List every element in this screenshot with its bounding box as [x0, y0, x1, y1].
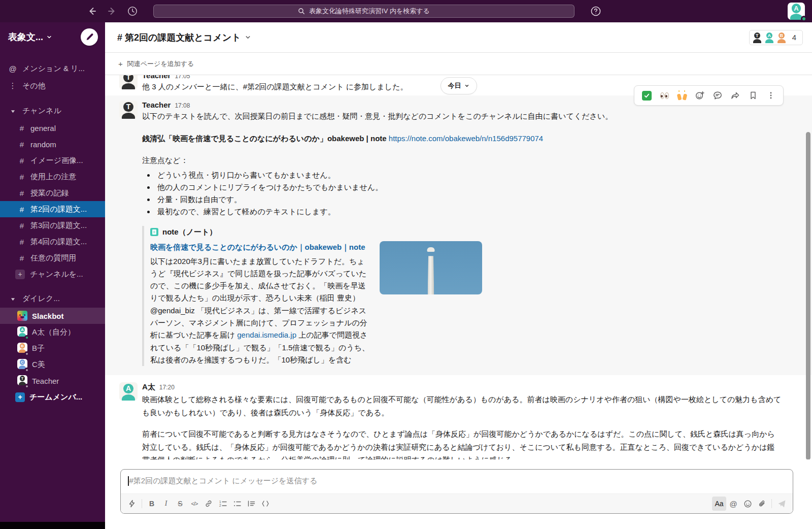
add-channel-button[interactable]: +チャンネルを... [0, 266, 105, 282]
dm-item-cmi[interactable]: C C美 [0, 356, 105, 373]
dm-item-bko[interactable]: B B子 [0, 340, 105, 356]
reference-url-link[interactable]: https://note.com/obakeweb/n/n156d9577907… [389, 134, 543, 143]
message-teacher: T Teacher 17:08 以下のテキストを読んで、次回授業日の前日までに感… [105, 95, 812, 375]
bookmark-bar[interactable]: + 関連ページを追加する [105, 53, 812, 75]
blockquote-button[interactable] [244, 497, 258, 511]
sidebar-item-channel-questions[interactable]: #任意の質問用 [0, 250, 105, 266]
forward-button[interactable] [106, 5, 119, 18]
message-timestamp[interactable]: 17:08 [175, 102, 190, 109]
hash-icon: # [18, 189, 25, 197]
sidebar-item-channel-usage-notes[interactable]: #使用上の注意 [0, 169, 105, 185]
sidebar-item-channel-images[interactable]: #イメージ画像... [0, 152, 105, 169]
message-input[interactable]: #第2回の課題文献とコメント にメッセージを送信する [121, 470, 793, 493]
composer-placeholder: #第2回の課題文献とコメント にメッセージを送信する [129, 476, 318, 486]
scrollbar-thumb[interactable] [806, 132, 810, 459]
text-caret [128, 476, 129, 486]
attach-file-button[interactable] [755, 497, 769, 511]
avatar[interactable]: T [119, 75, 138, 89]
react-check-mark-button[interactable] [639, 89, 654, 102]
dm-section-header[interactable]: ダイレク... [0, 289, 105, 308]
preview-inline-link[interactable]: gendai.ismedia.jp [237, 330, 296, 339]
help-button[interactable] [590, 5, 602, 17]
message-timestamp[interactable]: 17:05 [175, 75, 190, 80]
share-message-button[interactable] [728, 89, 742, 102]
channel-members-button[interactable]: T A B 4 [749, 30, 803, 45]
slackbot-icon [17, 311, 27, 321]
channel-title-button[interactable]: # 第2回の課題文献とコメント [117, 31, 251, 44]
sidebar-item-channel-session2-selected[interactable]: #第2回の課題文... [0, 201, 105, 217]
react-eyes-button[interactable] [657, 89, 671, 102]
message-paragraph: 映画体験として総称される様々な要素には、回復可能であるものと回復不可能な（可能性… [142, 393, 782, 419]
emoji-smiley-icon [743, 500, 752, 508]
back-button[interactable] [85, 5, 98, 18]
arrow-left-icon [87, 6, 97, 16]
add-bookmark-label: 関連ページを追加する [127, 59, 194, 69]
presence-online-dot [801, 16, 807, 22]
code-block-button[interactable] [258, 497, 273, 511]
sidebar-item-channel-session4[interactable]: #第4回の課題文... [0, 234, 105, 250]
reply-thread-button[interactable] [710, 89, 725, 102]
raised-hands-emoji-icon [677, 90, 687, 101]
mention-button[interactable]: @ [726, 497, 740, 511]
add-reaction-button[interactable] [693, 89, 707, 102]
preview-title-link[interactable]: 映画を倍速で見ることのなにがわるいのか｜obakeweb｜note [150, 241, 370, 253]
compose-pencil-icon [85, 33, 94, 42]
notes-label: 注意点など： [142, 154, 613, 166]
new-message-button[interactable] [81, 28, 98, 46]
save-bookmark-button[interactable] [746, 89, 760, 102]
bold-button[interactable]: B [145, 497, 159, 511]
search-bar[interactable]: 表象文化論特殊研究演習IV 内を検索する [153, 5, 574, 18]
message-sender[interactable]: Teacher [142, 101, 171, 109]
dm-item-self[interactable]: A A太（自分） [0, 324, 105, 340]
sidebar-item-mentions[interactable]: @ メンション & リ... [0, 60, 105, 77]
search-icon [298, 8, 305, 15]
more-dots-icon: ⋮ [8, 81, 17, 90]
channels-section-header[interactable]: チャンネル [0, 102, 105, 120]
sidebar-item-channel-class-records[interactable]: #授業の記録 [0, 185, 105, 201]
hash-icon: # [18, 140, 25, 149]
code-button[interactable]: </> [187, 497, 201, 511]
bullet-list-icon [233, 500, 241, 508]
shortcuts-button[interactable] [125, 497, 139, 511]
emoji-button[interactable] [740, 497, 755, 511]
message-sender[interactable]: Teacher [142, 75, 171, 80]
preview-site-name: note（ノート） [162, 226, 217, 238]
link-button[interactable] [201, 497, 216, 511]
account-avatar[interactable]: A [788, 3, 805, 20]
hash-icon: # [18, 238, 25, 246]
bullet-item: 他の人のコメントにリプライをつけるかたちでもかまいません。 [142, 181, 613, 193]
message-list: 今日 [105, 75, 812, 459]
sidebar-item-channel-session3[interactable]: #第3回の課題文... [0, 217, 105, 234]
channel-title: # 第2回の課題文献とコメント [117, 31, 241, 44]
caret-down-icon [8, 107, 17, 115]
slack-app: 表象文化論特殊研究演習IV 内を検索する A 表象文... @ メンション & … [0, 0, 812, 529]
bullet-list-button[interactable] [230, 497, 244, 511]
code-block-icon [261, 500, 269, 508]
avatar[interactable]: T [119, 101, 138, 119]
format-toggle-button[interactable]: Aa [712, 497, 726, 511]
sidebar-item-channel-general[interactable]: #general [0, 120, 105, 136]
chevron-down-icon [245, 34, 251, 41]
dm-item-slackbot[interactable]: Slackbot [0, 308, 105, 324]
avatar[interactable]: A [119, 382, 138, 401]
react-raised-hands-button[interactable] [675, 89, 689, 102]
ordered-list-button[interactable]: 12 [216, 497, 230, 511]
more-actions-button[interactable] [764, 89, 778, 102]
sidebar-item-label: その他 [22, 81, 46, 91]
history-button[interactable] [126, 5, 139, 18]
eyes-emoji-icon [660, 92, 669, 99]
dm-item-teacher[interactable]: T Teacher [0, 373, 105, 389]
sidebar-item-more[interactable]: ⋮ その他 [0, 77, 105, 94]
message-sender[interactable]: A太 [142, 382, 155, 392]
sidebar-item-channel-random[interactable]: #random [0, 136, 105, 152]
send-button[interactable] [774, 497, 789, 511]
date-divider-pill[interactable]: 今日 [441, 77, 477, 94]
preview-thumbnail-image[interactable] [380, 241, 482, 294]
strikethrough-button[interactable]: S [173, 497, 187, 511]
message-timestamp[interactable]: 17:20 [159, 384, 175, 391]
chevron-down-icon [46, 34, 52, 40]
add-teammates-button[interactable]: + チームメンバ... [0, 389, 105, 405]
italic-button[interactable]: I [159, 497, 173, 511]
channel-list: #general #random #イメージ画像... #使用上の注意 #授業の… [0, 120, 105, 282]
workspace-menu-button[interactable]: 表象文... [8, 31, 52, 43]
